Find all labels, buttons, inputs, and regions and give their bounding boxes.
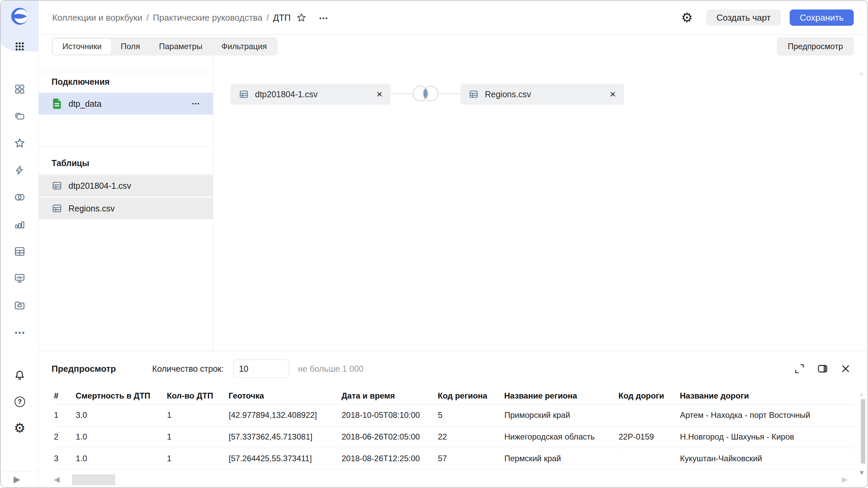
apps-grid-icon[interactable] [14, 40, 26, 53]
cell: 5 [438, 404, 504, 426]
vscroll-up-icon[interactable]: ▲ [858, 390, 865, 398]
expand-rail-icon[interactable]: ▶ [14, 474, 20, 485]
row-count-label: Количество строк: [152, 364, 224, 374]
breadcrumb-guides[interactable]: Практические руководства [153, 13, 262, 23]
cell: 1 [54, 404, 76, 426]
save-button[interactable]: Сохранить [790, 9, 854, 26]
app-window: ▶ Коллекции и воркбуки / Практические ру… [0, 0, 868, 488]
cell: [42.977894,132.408922] [229, 404, 341, 426]
canvas-node-dtp201804[interactable]: dtp201804-1.csv × [231, 84, 391, 105]
table-item-regions[interactable]: Regions.csv [39, 198, 213, 219]
cell: 2018-10-05T08:10:00 [341, 404, 438, 426]
charts-bars-icon[interactable] [14, 218, 26, 230]
left-rail: ▶ [1, 1, 39, 487]
preview-toggle-button[interactable]: Предпросмотр [777, 37, 854, 56]
panel-divider [213, 56, 213, 351]
cell: 22Р-0159 [618, 426, 680, 448]
connections-section-title: Подключения [52, 77, 110, 87]
cell: 1.0 [76, 426, 167, 448]
rail-divider [1, 471, 38, 472]
hscroll-thumb[interactable] [72, 474, 115, 485]
cell: Нижегородская область [504, 426, 618, 448]
dataset-settings-gear-icon[interactable] [681, 11, 693, 24]
dataset-tabs: Источники Поля Параметры Фильтрация [52, 37, 278, 56]
more-actions-icon[interactable] [317, 12, 330, 23]
cell: [57.264425,55.373411] [229, 448, 341, 469]
col-header: # [54, 387, 76, 404]
vscroll-thumb[interactable] [861, 399, 865, 464]
breadcrumb: Коллекции и воркбуки / Практические руко… [52, 13, 291, 23]
monitoring-icon[interactable] [14, 272, 26, 284]
cell [618, 448, 680, 469]
cell: 1 [167, 404, 229, 426]
table-icon [469, 89, 479, 99]
more-dots-icon[interactable] [14, 327, 26, 339]
table-icon [239, 89, 249, 99]
cell: 57 [438, 448, 504, 469]
connections-bolt-icon[interactable] [14, 164, 26, 176]
breadcrumb-current: ДТП [273, 13, 291, 23]
cell: 22 [438, 426, 504, 448]
cell [618, 404, 680, 426]
breadcrumb-collections[interactable]: Коллекции и воркбуки [52, 13, 142, 23]
canvas-node-label: dtp201804-1.csv [255, 89, 370, 99]
table-name: dtp201804-1.csv [68, 181, 201, 191]
canvas-node-regions[interactable]: Regions.csv × [460, 84, 624, 105]
close-preview-icon[interactable] [840, 363, 851, 374]
tab-fields[interactable]: Поля [111, 39, 150, 54]
canvas-scroll-up-icon[interactable]: ▲ [858, 69, 865, 77]
remove-table-icon[interactable]: × [376, 89, 382, 99]
row-count-hint: не больше 1 000 [298, 364, 363, 374]
create-chart-button[interactable]: Создать чарт [706, 9, 781, 26]
breadcrumb-separator: / [146, 13, 149, 23]
col-header: Геоточка [229, 387, 341, 404]
tab-parameters[interactable]: Параметры [150, 39, 212, 54]
col-header: Название дороги [680, 387, 855, 404]
datalens-logo[interactable] [11, 7, 28, 25]
favorite-star-icon[interactable] [296, 12, 307, 23]
cell: Приморский край [504, 404, 618, 426]
bell-icon[interactable] [14, 369, 26, 381]
cell: 2018-06-26T02:05:00 [341, 426, 438, 448]
preview-header: Предпросмотр Количество строк: не больше… [39, 351, 867, 386]
table-header-row: # Смертность в ДТП Кол-во ДТП Геоточка Д… [54, 387, 855, 404]
tab-filtering[interactable]: Фильтрация [212, 39, 276, 54]
vscroll-down-icon[interactable]: ▼ [859, 469, 865, 476]
table-row: 2 1.0 1 [57.337362,45.713081] 2018-06-26… [54, 426, 855, 448]
dashboards-icon[interactable] [14, 83, 26, 95]
hscroll-left-icon[interactable]: ◀ [54, 475, 60, 484]
hscroll-right-icon[interactable]: ▶ [842, 475, 848, 484]
row-count-input[interactable] [233, 360, 289, 378]
settings-gear-icon[interactable] [14, 422, 26, 434]
help-icon[interactable] [14, 395, 26, 408]
top-bar: Коллекции и воркбуки / Практические руко… [39, 1, 867, 35]
datasets-circles-icon[interactable] [14, 191, 26, 203]
tables-grid-icon[interactable] [14, 245, 26, 258]
cell: Н.Новгород - Шахунья - Киров [680, 426, 855, 448]
side-panel-layout-icon[interactable] [817, 363, 828, 374]
preview-title: Предпросмотр [52, 364, 116, 374]
cell: Пермский край [504, 448, 618, 469]
expand-preview-icon[interactable] [794, 363, 805, 374]
collections-icon[interactable] [14, 110, 26, 122]
connection-item-dtp-data[interactable]: dtp_data [39, 93, 213, 115]
favorites-star-icon[interactable] [14, 137, 26, 149]
table-item-dtp201804[interactable]: dtp201804-1.csv [39, 175, 213, 197]
connection-more-icon[interactable] [191, 99, 201, 109]
table-name: Regions.csv [68, 204, 201, 214]
col-header: Кол-во ДТП [167, 387, 229, 404]
col-header: Код дороги [618, 387, 680, 404]
cell: 1 [167, 426, 229, 448]
breadcrumb-separator: / [267, 13, 269, 23]
col-header: Название региона [504, 387, 618, 404]
table-row: 3 1.0 1 [57.264425,55.373411] 2018-08-26… [54, 448, 855, 469]
tab-sources[interactable]: Источники [53, 39, 111, 54]
remove-table-icon[interactable]: × [610, 89, 616, 99]
table-icon [52, 203, 62, 214]
cell: 1 [167, 448, 229, 469]
join-type-icon[interactable] [407, 83, 444, 106]
cell: 3 [54, 448, 76, 469]
connection-name: dtp_data [68, 99, 191, 109]
storage-folder-icon[interactable] [14, 299, 26, 311]
tables-section-title: Таблицы [52, 158, 89, 168]
